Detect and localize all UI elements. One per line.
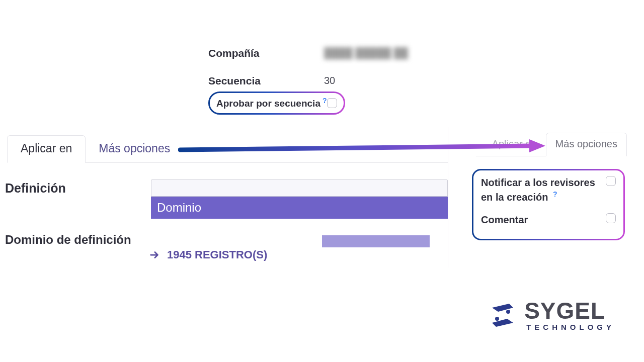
notify-reviewers-row: Notificar a los revisores en la creación… [481,176,616,204]
domain-option[interactable]: Dominio [151,197,448,219]
domain-dropdown: Dominio [151,197,448,219]
sequence-label: Secuencia [208,75,324,87]
brand-subtitle: TECHNOLOGY [526,323,615,331]
arrow-right-icon [149,249,160,260]
options-card: Notificar a los revisores en la creación… [472,169,625,240]
partial-button-placeholder [322,235,430,247]
brand-logo: SYGEL TECHNOLOGY [488,299,615,331]
tabs-right: Aplicar en Más opciones [476,131,627,156]
sequence-row: Secuencia 30 [208,67,440,95]
tab-apply-in-right[interactable]: Aplicar en [483,133,546,156]
brand-text: SYGEL TECHNOLOGY [524,299,615,331]
domain-input[interactable] [151,179,448,197]
definition-label: Definición [5,181,151,196]
sygel-mark-icon [488,301,517,330]
comment-checkbox[interactable] [606,213,616,223]
tab-more-options-left[interactable]: Más opciones [86,136,183,162]
approve-by-sequence-label: Aprobar por secuencia? [216,97,327,109]
notify-reviewers-label: Notificar a los revisores en la creación… [481,176,597,204]
records-count: 1945 REGISTRO(S) [167,248,267,261]
tabs-left: Aplicar en Más opciones [7,135,448,163]
top-form: Compañía ████ █████ ██ Secuencia 30 [208,39,440,95]
tab-more-options-right[interactable]: Más opciones [546,133,627,156]
svg-point-2 [495,317,499,321]
comment-row: Comentar [481,213,616,227]
company-row: Compañía ████ █████ ██ [208,39,440,67]
help-icon[interactable]: ? [323,97,327,105]
sequence-value: 30 [324,75,335,86]
records-link[interactable]: 1945 REGISTRO(S) [149,248,267,261]
brand-name: SYGEL [524,299,615,322]
tab-apply-in[interactable]: Aplicar en [7,135,86,163]
notify-reviewers-checkbox[interactable] [606,176,616,186]
company-value: ████ █████ ██ [324,47,408,59]
help-icon[interactable]: ? [553,190,557,198]
svg-point-3 [506,310,510,314]
approve-by-sequence-row: Aprobar por secuencia? [208,92,345,115]
vertical-separator [448,127,448,267]
approve-by-sequence-checkbox[interactable] [327,98,337,108]
comment-label: Comentar [481,213,528,227]
definition-domain-label: Dominio de definición [5,233,151,247]
company-label: Compañía [208,47,324,59]
domain-combobox[interactable]: Dominio [151,179,448,219]
